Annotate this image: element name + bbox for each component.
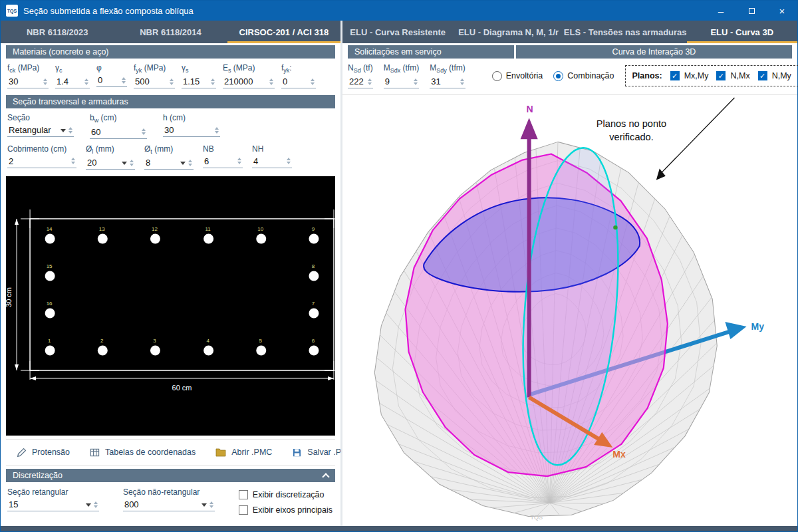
tab-nbr-2014[interactable]: NBR 6118/2014 — [114, 21, 227, 43]
envoltoria-radio[interactable]: Envoltória — [492, 71, 543, 81]
checkbox-icon[interactable] — [670, 71, 680, 80]
rect-discretization-spinner[interactable] — [94, 501, 98, 508]
open-pmc-button[interactable]: Abrir .PMC — [215, 448, 272, 457]
table-icon — [90, 448, 100, 458]
long-diameter-spinner[interactable] — [130, 160, 134, 166]
coordinate-tables-button[interactable]: Tabelas de coordenadas — [90, 448, 196, 458]
show-principal-axes-checkbox[interactable]: Exibir eixos principais — [239, 505, 332, 515]
plane-mxmy-checkbox[interactable]: Mx,My — [670, 71, 709, 80]
dropdown-caret[interactable] — [201, 503, 207, 509]
nh-spinner[interactable] — [287, 158, 291, 164]
maximize-button[interactable] — [736, 1, 767, 21]
nonrect-discretization-spinner[interactable] — [209, 501, 213, 508]
combinacao-radio[interactable]: Combinação — [553, 71, 614, 81]
fck-field: fck (MPa) 30 — [7, 63, 49, 88]
msdx-label: MSdx (tfm) — [384, 63, 420, 74]
h-field: h (cm) 30 — [163, 113, 220, 138]
checkbox-icon[interactable] — [239, 490, 248, 499]
bw-label: bw (cm) — [90, 113, 147, 124]
svg-text:6: 6 — [312, 338, 315, 344]
protensao-button[interactable]: Protensão — [17, 448, 70, 458]
nb-spinner[interactable] — [237, 158, 241, 164]
phi-input[interactable]: 0 — [96, 74, 127, 87]
discretization-section-header: Discretização — [6, 469, 335, 482]
tab-elu-curva-resistente[interactable]: ELU - Curva Resistente — [342, 21, 453, 43]
nsd-label: NSd (tf) — [348, 63, 373, 74]
msdy-spinner[interactable] — [460, 78, 464, 85]
gamma-c-input[interactable]: 1.4 — [55, 76, 90, 88]
phi-spinner[interactable] — [122, 77, 126, 84]
width-dimension: 60 cm — [30, 376, 334, 392]
nh-input[interactable]: 4 — [252, 156, 292, 168]
rect-discretization-label: Seção retangular — [7, 487, 99, 497]
fck-input[interactable]: 30 — [7, 76, 49, 88]
h-spinner[interactable] — [215, 127, 219, 134]
trans-diameter-select[interactable]: 8 — [144, 157, 194, 170]
long-diameter-select[interactable]: 20 — [86, 157, 135, 170]
radio-icon[interactable] — [492, 71, 502, 81]
svg-text:11: 11 — [205, 226, 211, 232]
h-input[interactable]: 30 — [163, 124, 220, 137]
save-icon — [292, 448, 302, 458]
dropdown-caret[interactable] — [86, 503, 91, 509]
gamma-s-spinner[interactable] — [211, 78, 215, 85]
radio-icon[interactable] — [553, 71, 563, 81]
cover-input[interactable]: 2 — [7, 156, 76, 168]
discretization-row: Seção retangular 15 Seção não-retangular… — [6, 482, 335, 519]
interaction-3d-plot[interactable]: N My Mx Planos no ponto verificado. TQS — [342, 95, 797, 526]
fyk2-spinner[interactable] — [311, 78, 315, 85]
checkbox-icon[interactable] — [239, 505, 248, 515]
nonrect-discretization-select[interactable]: 800 — [123, 499, 215, 511]
msdy-input[interactable]: 31 — [430, 76, 466, 88]
plane-nmy-checkbox[interactable]: N,My — [758, 71, 791, 80]
app-window: TQS Seção submetida a flexão composta ob… — [0, 0, 798, 532]
msdx-spinner[interactable] — [414, 78, 418, 85]
collapse-chevron-icon[interactable] — [322, 473, 329, 481]
shape-select[interactable]: Retangular — [7, 124, 74, 137]
bw-spinner[interactable] — [142, 128, 146, 135]
dropdown-caret[interactable] — [122, 162, 127, 168]
tab-elu-curva-3d[interactable]: ELU - Curva 3D — [687, 21, 797, 43]
gamma-s-field: γs 1.15 — [182, 63, 216, 88]
fyk2-input[interactable]: 0 — [281, 76, 316, 88]
watermark: TQS — [530, 514, 543, 521]
plane-nmx-checkbox[interactable]: N,Mx — [716, 71, 749, 80]
msdx-input[interactable]: 9 — [384, 76, 420, 88]
es-spinner[interactable] — [269, 78, 273, 85]
shape-spinner[interactable] — [68, 127, 72, 134]
minimize-button[interactable]: – — [706, 1, 736, 21]
fyk-spinner[interactable] — [170, 78, 174, 85]
fyk-input[interactable]: 500 — [134, 76, 175, 88]
gamma-c-spinner[interactable] — [84, 78, 88, 85]
nb-field: NB 6 — [203, 144, 243, 170]
tab-nbr-2023[interactable]: NBR 6118/2023 — [1, 21, 114, 43]
nb-input[interactable]: 6 — [203, 156, 243, 168]
cross-section-header: Seção transversal e armaduras — [6, 95, 335, 108]
gamma-s-input[interactable]: 1.15 — [182, 76, 216, 88]
msdy-label: MSdy (tfm) — [430, 63, 466, 74]
svg-text:7: 7 — [312, 301, 315, 307]
dropdown-caret[interactable] — [61, 129, 66, 135]
nsd-spinner[interactable] — [368, 78, 372, 85]
cover-spinner[interactable] — [71, 158, 75, 164]
trans-diameter-spinner[interactable] — [188, 160, 192, 166]
svg-text:3: 3 — [153, 338, 156, 344]
tab-els-tensoes[interactable]: ELS - Tensões nas armaduras — [564, 21, 687, 43]
close-button[interactable]: × — [767, 1, 797, 21]
section-canvas[interactable]: 60 cm 30 cm 12345678910111213141516 — [6, 176, 335, 436]
dropdown-caret[interactable] — [180, 162, 186, 168]
save-pmc-button[interactable]: Salvar .PMC — [292, 448, 340, 458]
rect-discretization-select[interactable]: 15 — [7, 499, 99, 511]
show-discretization-checkbox[interactable]: Exibir discretização — [239, 490, 332, 499]
bw-input[interactable]: 60 — [90, 126, 147, 139]
bw-field: bw (cm) 60 — [90, 113, 147, 138]
nh-field: NH 4 — [252, 144, 292, 170]
tab-cirsoc-aci[interactable]: CIRSOC-201 / ACI 318 — [227, 21, 340, 43]
checkbox-icon[interactable] — [758, 71, 767, 80]
checkbox-icon[interactable] — [716, 71, 726, 80]
tab-elu-diagrama[interactable]: ELU - Diagrama N, M, 1/r — [453, 21, 563, 43]
title-bar: TQS Seção submetida a flexão composta ob… — [1, 1, 797, 21]
fck-spinner[interactable] — [43, 78, 47, 85]
nsd-input[interactable]: 222 — [348, 76, 373, 88]
es-input[interactable]: 210000 — [223, 76, 275, 88]
